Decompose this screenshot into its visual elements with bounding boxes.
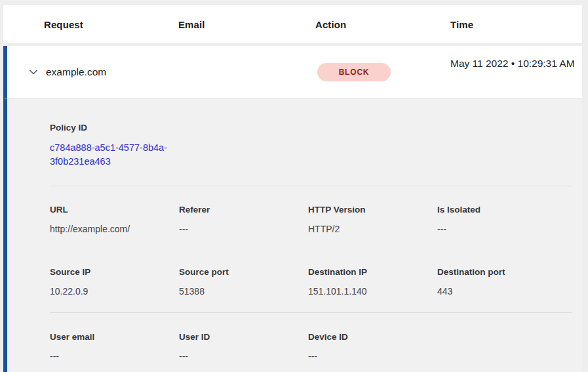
field-value: HTTP/2 <box>308 223 437 235</box>
column-header-request: Request <box>44 19 83 30</box>
section-divider <box>50 186 572 186</box>
field-label: Device ID <box>308 331 437 343</box>
field-label: User ID <box>179 331 308 343</box>
field-value: --- <box>179 223 308 235</box>
field-http-version: HTTP Version HTTP/2 <box>308 204 437 235</box>
chevron-down-icon[interactable] <box>28 66 39 78</box>
field-label: Destination IP <box>308 266 437 278</box>
field-source-port: Source port 51388 <box>179 266 308 297</box>
field-value: --- <box>179 350 308 362</box>
detail-fields-row-2: Source IP 10.22.0.9 Source port 51388 De… <box>50 266 572 297</box>
field-label: HTTP Version <box>308 204 437 216</box>
field-referer: Referer --- <box>179 204 308 235</box>
column-header-action: Action <box>315 19 346 30</box>
row-detail-panel: Policy ID c784a888-a5c1-4577-8b4a-3f0b23… <box>3 98 582 372</box>
field-user-id: User ID --- <box>179 331 308 362</box>
field-user-email: User email --- <box>50 331 179 362</box>
field-label: Is Isolated <box>437 204 566 216</box>
field-destination-port: Destination port 443 <box>437 266 566 297</box>
table-header: Request Email Action Time <box>3 5 582 43</box>
field-url: URL http://example.com/ <box>50 204 179 235</box>
field-value: --- <box>308 350 437 362</box>
policy-id-field: Policy ID c784a888-a5c1-4577-8b4a-3f0b23… <box>50 122 572 169</box>
field-device-id: Device ID --- <box>308 331 437 362</box>
table-row[interactable]: example.com BLOCK May 11 2022 • 10:29:31… <box>3 46 582 98</box>
field-source-ip: Source IP 10.22.0.9 <box>50 266 179 297</box>
field-value: --- <box>437 223 566 235</box>
field-label: Destination port <box>437 266 566 278</box>
field-label: Source IP <box>50 266 179 278</box>
detail-fields-row-1: URL http://example.com/ Referer --- HTTP… <box>50 204 572 235</box>
section-divider <box>50 312 572 313</box>
column-header-email: Email <box>178 19 205 30</box>
detail-fields-row-3: User email --- User ID --- Device ID --- <box>50 331 572 362</box>
log-detail-page: Request Email Action Time example.com BL… <box>0 5 588 372</box>
policy-id-link[interactable]: c784a888-a5c1-4577-8b4a-3f0b231ea463 <box>50 141 184 169</box>
status-badge-block: BLOCK <box>317 63 391 81</box>
field-label: Source port <box>179 266 308 278</box>
field-is-isolated: Is Isolated --- <box>437 204 566 235</box>
field-destination-ip: Destination IP 151.101.1.140 <box>308 266 437 297</box>
field-value: 443 <box>437 285 566 297</box>
policy-id-label: Policy ID <box>50 122 572 134</box>
field-label: User email <box>50 331 179 343</box>
field-label: Referer <box>179 204 308 216</box>
field-value: http://example.com/ <box>50 223 179 235</box>
field-value: 151.101.1.140 <box>308 285 437 297</box>
field-label: URL <box>50 204 179 216</box>
field-value: --- <box>50 350 179 362</box>
column-header-time: Time <box>450 19 473 30</box>
field-value: 10.22.0.9 <box>50 285 179 297</box>
field-value: 51388 <box>179 285 308 297</box>
row-request-value: example.com <box>46 66 106 78</box>
row-time-value: May 11 2022 • 10:29:31 AM <box>450 56 579 72</box>
